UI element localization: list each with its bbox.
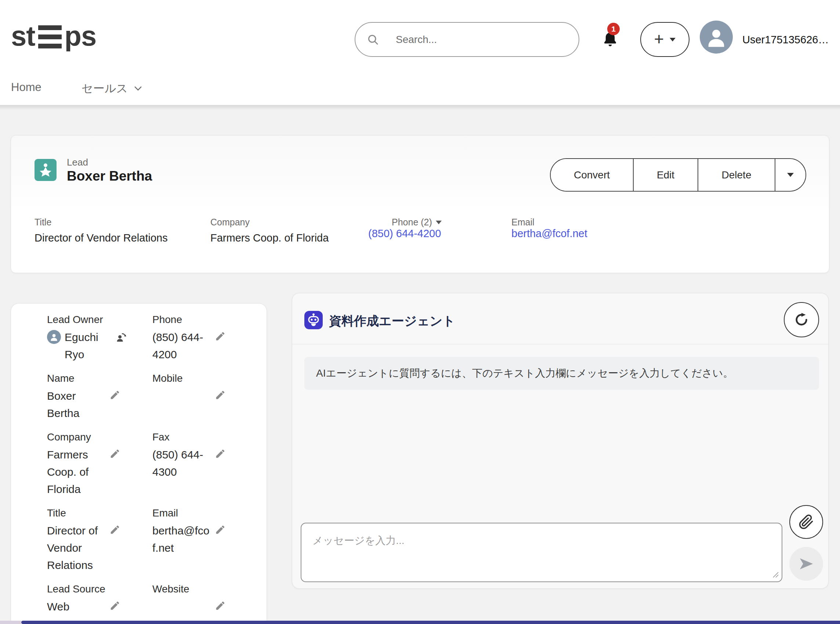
lead-details-panel: Lead Owner Eguchi Ryo [11,303,267,624]
notification-badge: 1 [607,23,620,35]
field-company: Company Farmers Coop. of Florida [47,429,152,498]
lead-star-person-icon [37,162,54,178]
record-actions: Convert Edit Delete [550,158,806,192]
phone-link[interactable]: (850) 644-4200 [368,227,441,239]
highlight-phone: Phone (2) (850) 644-4200 [368,217,442,240]
paperclip-icon [798,514,814,530]
send-button[interactable] [789,547,823,581]
create-button[interactable]: + [640,22,689,57]
edit-pencil-icon[interactable] [110,524,120,537]
details-row: Lead Source Web Website [47,581,259,615]
lead-record-page: st ps 1 + User175135626… H [0,0,840,624]
global-search [355,22,579,57]
lead-highlights-card: Lead Boxer Bertha Convert Edit Delete Ti… [11,135,829,273]
phone-link[interactable]: (850) 644-4200 [152,329,211,363]
edit-pencil-icon[interactable] [215,389,226,402]
field-value: Farmers Coop. of Florida [47,446,106,498]
refresh-icon [794,312,809,328]
caret-down-icon [670,38,676,42]
agent-intro-message: AIエージェントに質問するには、下のテキスト入力欄にメッセージを入力してください… [304,357,819,390]
field-label: Lead Source [47,581,152,597]
attach-button[interactable] [789,505,823,539]
message-input[interactable] [301,523,782,582]
details-row: Lead Owner Eguchi Ryo [47,312,259,363]
header-shadow-divider [0,105,840,110]
field-value: Web [47,598,106,615]
object-label: Lead [67,157,88,168]
change-owner-icon[interactable] [115,331,127,344]
field-label: Fax [152,429,259,445]
caret-down-icon [436,221,442,224]
edit-pencil-icon[interactable] [110,389,120,402]
person-icon [704,25,728,49]
highlight-company: Company Farmers Coop. of Florida [210,217,329,244]
person-icon [49,332,59,342]
details-row: Title Director of Vendor Relations Email… [47,505,259,574]
highlight-email: Email bertha@fcof.net [511,217,587,240]
edit-pencil-icon[interactable] [215,524,226,537]
field-website: Website [152,581,259,615]
field-name: Name Boxer Bertha [47,371,152,422]
field-lead-owner: Lead Owner Eguchi Ryo [47,312,152,363]
fax-link[interactable]: (850) 644-4300 [152,446,211,480]
field-value: Farmers Coop. of Florida [210,232,329,244]
field-label: Title [47,505,152,521]
field-value: Director of Vendor Relations [47,522,106,574]
field-label: Company [47,429,152,445]
more-actions-button[interactable] [775,159,806,191]
field-label: Company [210,217,329,227]
edit-pencil-icon[interactable] [110,600,120,613]
search-icon [366,33,380,46]
owner-link[interactable]: Eguchi Ryo [65,329,111,363]
search-input[interactable] [355,22,579,57]
scrollbar-track [0,621,21,624]
owner-avatar [47,330,61,344]
robot-icon [304,311,323,329]
notifications-button[interactable]: 1 [601,23,626,56]
refresh-button[interactable] [784,302,819,337]
details-row: Company Farmers Coop. of Florida Fax (85… [47,429,259,498]
edit-pencil-icon[interactable] [110,448,120,461]
highlight-title: Title Director of Vendor Relations [34,217,168,244]
field-label: Phone (2) [392,217,432,227]
agent-panel-header: 資料作成エージェント [292,293,828,344]
delete-button[interactable]: Delete [698,159,775,191]
edit-button[interactable]: Edit [633,159,698,191]
field-phone: Phone (850) 644-4200 [152,312,259,363]
plus-icon: + [654,31,664,47]
intro-text: AIエージェントに質問するには、下のテキスト入力欄にメッセージを入力してください… [316,366,733,380]
field-label: Title [34,217,168,227]
caret-down-icon [787,173,794,177]
horizontal-scrollbar[interactable] [0,621,840,624]
nav-item-sales[interactable]: セールス [82,81,143,96]
edit-pencil-icon[interactable] [215,600,226,613]
field-label: Name [47,371,152,386]
app-logo[interactable]: st ps [11,22,96,50]
lead-object-icon [34,159,57,181]
details-row: Name Boxer Bertha Mobile [47,371,259,422]
field-label: Mobile [152,371,259,386]
logo-e-bars-icon [38,25,62,48]
field-mobile: Mobile [152,371,259,422]
logo-text-ps: ps [65,22,97,50]
field-title: Title Director of Vendor Relations [47,505,152,574]
chevron-down-icon [133,83,143,94]
nav-item-home[interactable]: Home [11,81,42,94]
field-fax: Fax (850) 644-4300 [152,429,259,498]
user-avatar[interactable] [700,20,733,54]
scrollbar-thumb[interactable] [21,621,840,624]
agent-panel: 資料作成エージェント AIエージェントに質問するには、下のテキスト入力欄にメッセ… [292,293,829,589]
field-value: Boxer Bertha [47,387,106,422]
field-label: Email [152,505,259,521]
phone-dropdown[interactable]: Phone (2) [392,217,442,227]
field-lead-source: Lead Source Web [47,581,152,615]
email-link[interactable]: bertha@fcof.net [511,227,587,239]
edit-pencil-icon[interactable] [215,331,226,343]
edit-pencil-icon[interactable] [215,448,226,461]
agent-title: 資料作成エージェント [329,313,455,330]
convert-button[interactable]: Convert [551,159,633,191]
email-link[interactable]: bertha@fcof.net [152,522,211,556]
field-label: Lead Owner [47,312,152,328]
field-label: Email [511,217,587,227]
username: User175135626… [742,34,829,46]
